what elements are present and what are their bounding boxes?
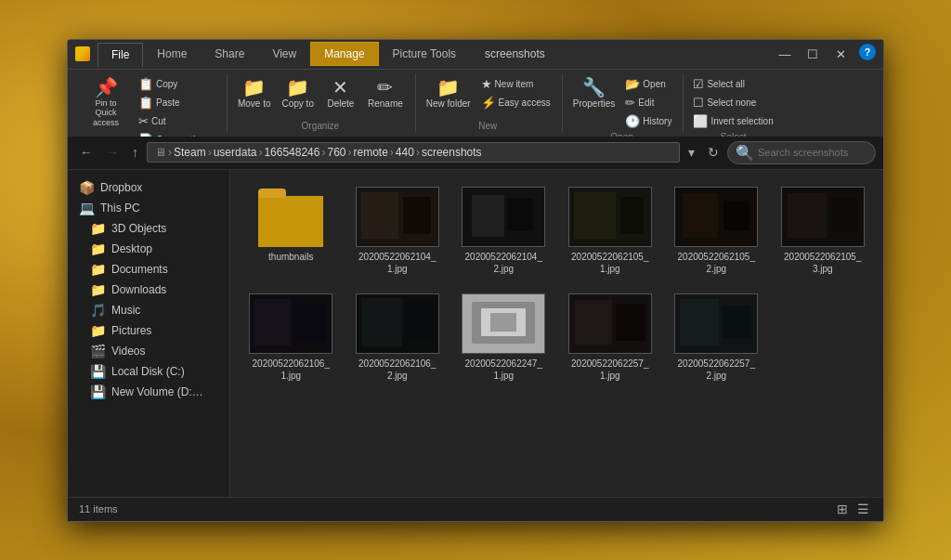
back-button[interactable]: ←: [75, 143, 98, 162]
tab-file[interactable]: File: [98, 43, 143, 67]
search-input[interactable]: [758, 147, 867, 158]
item-count: 11 items: [79, 503, 118, 514]
move-icon: 📁: [242, 78, 266, 97]
list-item[interactable]: 20200522062106_1.jpg: [241, 288, 341, 387]
svg-rect-19: [361, 298, 402, 346]
tab-share[interactable]: Share: [201, 42, 258, 66]
forward-button[interactable]: →: [101, 143, 124, 162]
path-steam[interactable]: Steam: [174, 146, 206, 159]
file-grid: thumbnails 20200522062104_1.jpg: [241, 181, 872, 387]
pin-to-quick-access-button[interactable]: 📌 Pin to Quick access: [79, 75, 133, 131]
delete-button[interactable]: ✕ Delete: [320, 75, 361, 111]
paste-button[interactable]: 📋 Paste: [135, 94, 219, 111]
ribbon-organize-group: 📁 Move to 📁 Copy to ✕ Delete ✏ Rename: [229, 73, 416, 133]
close-button[interactable]: ✕: [827, 44, 853, 64]
address-path[interactable]: 🖥 › Steam › userdata › 166548246 › 760 ›…: [147, 142, 680, 163]
list-item[interactable]: 20200522062106_2.jpg: [348, 288, 448, 387]
list-item[interactable]: 20200522062105_2.jpg: [667, 181, 766, 280]
maximize-button[interactable]: ☐: [800, 44, 826, 64]
dropdown-button[interactable]: ▾: [684, 143, 699, 162]
sidebar-item-pictures[interactable]: 📁 Pictures: [68, 320, 229, 341]
up-button[interactable]: ↑: [127, 143, 143, 162]
sidebar-item-documents[interactable]: 📁 Documents: [68, 259, 229, 280]
open-button[interactable]: 📂 Open: [621, 75, 675, 93]
file-label: 20200522062105_3.jpg: [781, 251, 865, 275]
list-item[interactable]: 20200522062104_2.jpg: [454, 181, 554, 280]
refresh-button[interactable]: ↻: [703, 143, 723, 162]
sidebar-item-desktop[interactable]: 📁 Desktop: [68, 239, 229, 259]
sidebar-item-videos[interactable]: 🎬 Videos: [68, 341, 229, 361]
image-thumbnail: [781, 187, 865, 247]
tab-picture-tools[interactable]: Picture Tools: [379, 42, 470, 66]
open-icon: 📂: [625, 77, 640, 91]
list-item[interactable]: 20200522062247_1.jpg: [454, 288, 554, 387]
sidebar-item-music[interactable]: 🎵 Music: [68, 300, 229, 320]
paste-icon: 📋: [138, 96, 153, 110]
path-sep-2: ›: [258, 146, 262, 159]
sidebar-item-this-pc[interactable]: 💻 This PC: [68, 198, 229, 218]
svg-rect-29: [680, 299, 719, 345]
sidebar-item-local-disk[interactable]: 💾 Local Disk (C:): [68, 361, 229, 382]
list-view-button[interactable]: ☰: [854, 501, 872, 517]
image-thumbnail: [462, 187, 545, 247]
list-item[interactable]: 20200522062105_3.jpg: [774, 181, 873, 280]
search-box[interactable]: 🔍: [727, 141, 876, 164]
delete-icon: ✕: [332, 78, 348, 97]
tab-view[interactable]: View: [258, 42, 310, 66]
move-to-button[interactable]: 📁 Move to: [233, 75, 276, 111]
svg-rect-13: [788, 193, 827, 238]
image-thumbnail: [674, 293, 758, 354]
new-item-button[interactable]: ★ New item: [477, 75, 554, 93]
sidebar-item-label: 3D Objects: [111, 222, 166, 235]
invert-selection-button[interactable]: ⬜ Invert selection: [689, 112, 776, 130]
medium-icons-view-button[interactable]: ⊞: [834, 501, 851, 517]
ribbon: 📌 Pin to Quick access 📋 Copy 📋 Paste: [68, 70, 883, 137]
select-all-button[interactable]: ☑ Select all: [689, 75, 776, 93]
documents-icon: 📁: [90, 262, 106, 277]
easy-access-button[interactable]: ⚡ Easy access: [477, 94, 554, 111]
svg-rect-24: [490, 313, 516, 332]
list-item[interactable]: 20200522062257_2.jpg: [667, 288, 766, 387]
copy-button[interactable]: 📋 Copy: [135, 75, 219, 93]
rename-button[interactable]: ✏ Rename: [363, 75, 408, 111]
window-title: screenshots: [485, 47, 545, 60]
cut-button[interactable]: ✂ Cut: [135, 112, 219, 130]
list-item[interactable]: 20200522062105_1.jpg: [561, 181, 660, 280]
select-none-button[interactable]: ☐ Select none: [689, 94, 776, 111]
list-item[interactable]: 20200522062257_1.jpg: [561, 288, 660, 387]
ribbon-clipboard-group: 📌 Pin to Quick access 📋 Copy 📋 Paste: [75, 73, 228, 133]
path-user-id[interactable]: 166548246: [264, 146, 319, 159]
path-remote[interactable]: remote: [354, 146, 388, 159]
help-button[interactable]: ?: [859, 44, 876, 60]
file-label: 20200522062104_1.jpg: [356, 251, 439, 275]
path-440[interactable]: 440: [396, 146, 414, 159]
svg-rect-10: [683, 193, 718, 238]
ribbon-select-group: ☑ Select all ☐ Select none ⬜ Invert sele…: [685, 73, 784, 133]
rename-icon: ✏: [377, 78, 393, 97]
pictures-icon: 📁: [90, 323, 106, 338]
list-item[interactable]: 20200522062104_1.jpg: [348, 181, 448, 280]
svg-rect-16: [254, 299, 291, 345]
ribbon-new-group: 📁 New folder ★ New item ⚡ Easy access: [418, 73, 563, 133]
image-thumbnail: [249, 293, 332, 354]
history-button[interactable]: 🕐 History: [621, 112, 675, 130]
path-userdata[interactable]: userdata: [214, 146, 257, 159]
edit-button[interactable]: ✏ Edit: [621, 94, 675, 111]
music-icon: 🎵: [90, 303, 106, 318]
image-thumbnail: [674, 187, 758, 247]
path-760[interactable]: 760: [327, 146, 345, 159]
sidebar-item-downloads[interactable]: 📁 Downloads: [68, 280, 229, 300]
tab-manage[interactable]: Manage: [310, 42, 378, 66]
minimize-button[interactable]: —: [772, 44, 798, 64]
sidebar-item-new-volume[interactable]: 💾 New Volume (D:…: [68, 382, 229, 402]
copy-to-button[interactable]: 📁 Copy to: [278, 75, 319, 111]
path-sep-3: ›: [321, 146, 325, 159]
properties-button[interactable]: 🔧 Properties: [568, 75, 620, 111]
list-item[interactable]: thumbnails: [241, 181, 341, 280]
sidebar-item-label: Documents: [111, 263, 168, 276]
sidebar-item-3d-objects[interactable]: 📁 3D Objects: [68, 218, 229, 239]
tab-home[interactable]: Home: [143, 42, 201, 66]
sidebar-item-dropbox[interactable]: 📦 Dropbox: [68, 177, 229, 198]
new-folder-button[interactable]: 📁 New folder: [422, 75, 476, 111]
path-screenshots[interactable]: screenshots: [422, 146, 482, 159]
